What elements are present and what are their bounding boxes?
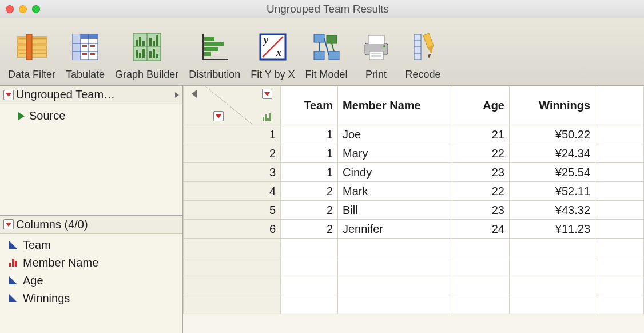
zoom-window-button[interactable] bbox=[32, 5, 40, 13]
fit-model-label: Fit Model bbox=[305, 69, 348, 81]
recode-button[interactable]: Recode bbox=[405, 29, 442, 81]
table-row[interactable]: 62Jennifer24¥11.23 bbox=[184, 220, 644, 239]
cell-age[interactable]: 23 bbox=[452, 163, 510, 182]
cell-empty bbox=[595, 144, 644, 163]
graph-builder-label: Graph Builder bbox=[115, 69, 178, 81]
continuous-type-icon bbox=[9, 241, 17, 249]
svg-rect-9 bbox=[73, 34, 81, 60]
column-label: Member Name bbox=[23, 256, 98, 269]
fit-model-button[interactable]: Fit Model bbox=[305, 29, 348, 81]
cell-winnings[interactable]: ¥50.22 bbox=[510, 125, 595, 144]
script-item-label: Source bbox=[29, 109, 65, 122]
table-menu-disclosure-icon[interactable] bbox=[3, 90, 14, 100]
svg-rect-30 bbox=[149, 51, 152, 58]
row-number[interactable]: 4 bbox=[184, 182, 281, 201]
cell-winnings[interactable]: ¥24.34 bbox=[510, 144, 595, 163]
column-header-winnings[interactable]: Winnings bbox=[510, 86, 595, 125]
cell-team[interactable]: 2 bbox=[281, 201, 338, 220]
column-header-age[interactable]: Age bbox=[452, 86, 510, 125]
cell-member[interactable]: Bill bbox=[338, 201, 452, 220]
cell-age[interactable]: 22 bbox=[452, 144, 510, 163]
corner-diagonal bbox=[205, 86, 253, 125]
cell-age[interactable]: 23 bbox=[452, 201, 510, 220]
svg-rect-17 bbox=[90, 53, 95, 55]
svg-marker-62 bbox=[428, 54, 431, 58]
cell-team[interactable]: 2 bbox=[281, 182, 338, 201]
svg-rect-44 bbox=[329, 51, 339, 60]
fit-y-by-x-button[interactable]: yx Fit Y by X bbox=[251, 29, 295, 81]
data-grid[interactable]: Team Member Name Age Winnings 11Joe21¥50… bbox=[183, 86, 644, 333]
empty-row bbox=[184, 295, 644, 314]
cell-member[interactable]: Jennifer bbox=[338, 220, 452, 239]
cell-age[interactable]: 24 bbox=[452, 220, 510, 239]
table-panel: Ungrouped Team… Source bbox=[0, 86, 182, 216]
cell-team[interactable]: 2 bbox=[281, 220, 338, 239]
cell-team[interactable]: 1 bbox=[281, 163, 338, 182]
table-row[interactable]: 21Mary22¥24.34 bbox=[184, 144, 644, 163]
tabulate-button[interactable]: Tabulate bbox=[66, 29, 105, 81]
window-title: Ungrouped Team Results bbox=[51, 3, 604, 15]
cell-winnings[interactable]: ¥43.32 bbox=[510, 201, 595, 220]
svg-rect-51 bbox=[368, 35, 384, 45]
table-row[interactable]: 52Bill23¥43.32 bbox=[184, 201, 644, 220]
cell-empty bbox=[595, 201, 644, 220]
data-filter-icon bbox=[14, 29, 50, 65]
svg-rect-4 bbox=[26, 34, 32, 60]
recode-icon bbox=[405, 29, 442, 65]
cell-winnings[interactable]: ¥25.54 bbox=[510, 163, 595, 182]
svg-line-49 bbox=[332, 43, 334, 51]
svg-rect-31 bbox=[153, 49, 155, 58]
svg-rect-21 bbox=[136, 40, 138, 46]
window-traffic-lights bbox=[6, 5, 40, 13]
data-filter-button[interactable]: Data Filter bbox=[8, 29, 55, 81]
data-filter-label: Data Filter bbox=[8, 69, 55, 81]
scroll-left-icon[interactable] bbox=[192, 90, 197, 98]
close-window-button[interactable] bbox=[6, 5, 14, 13]
row-number[interactable]: 1 bbox=[184, 125, 281, 144]
cell-age[interactable]: 21 bbox=[452, 125, 510, 144]
cell-team[interactable]: 1 bbox=[281, 144, 338, 163]
columns-header-disclosure-icon[interactable] bbox=[262, 89, 272, 99]
distribution-button[interactable]: Distribution bbox=[189, 29, 240, 81]
column-header-team[interactable]: Team bbox=[281, 86, 338, 125]
column-item-member-name[interactable]: Member Name bbox=[9, 254, 179, 272]
column-order-icon[interactable] bbox=[263, 113, 271, 121]
table-row[interactable]: 42Mark22¥52.11 bbox=[184, 182, 644, 201]
fit-y-by-x-icon: yx bbox=[255, 29, 291, 65]
svg-rect-46 bbox=[327, 35, 337, 43]
play-script-icon[interactable] bbox=[18, 112, 25, 120]
cell-winnings[interactable]: ¥11.23 bbox=[510, 220, 595, 239]
cell-member[interactable]: Cindy bbox=[338, 163, 452, 182]
row-number[interactable]: 5 bbox=[184, 201, 281, 220]
row-number[interactable]: 2 bbox=[184, 144, 281, 163]
cell-age[interactable]: 22 bbox=[452, 182, 510, 201]
cell-empty bbox=[595, 163, 644, 182]
table-row[interactable]: 31Cindy23¥25.54 bbox=[184, 163, 644, 182]
empty-row bbox=[184, 239, 644, 257]
column-item-team[interactable]: Team bbox=[9, 236, 179, 254]
continuous-type-icon bbox=[9, 294, 17, 302]
cell-team[interactable]: 1 bbox=[281, 125, 338, 144]
column-item-age[interactable]: Age bbox=[9, 272, 179, 290]
column-header-member-name[interactable]: Member Name bbox=[338, 86, 452, 125]
svg-rect-38 bbox=[204, 52, 211, 56]
cell-member[interactable]: Mary bbox=[338, 144, 452, 163]
cell-member[interactable]: Mark bbox=[338, 182, 452, 201]
row-number[interactable]: 6 bbox=[184, 220, 281, 239]
cell-empty bbox=[595, 220, 644, 239]
script-item-source[interactable]: Source bbox=[18, 108, 179, 124]
minimize-window-button[interactable] bbox=[19, 5, 27, 13]
columns-menu-disclosure-icon[interactable] bbox=[3, 219, 14, 229]
column-item-winnings[interactable]: Winnings bbox=[9, 290, 179, 307]
row-number[interactable]: 3 bbox=[184, 163, 281, 182]
svg-rect-26 bbox=[156, 35, 158, 46]
svg-rect-43 bbox=[314, 34, 324, 42]
table-row[interactable]: 11Joe21¥50.22 bbox=[184, 125, 644, 144]
cell-winnings[interactable]: ¥52.11 bbox=[510, 182, 595, 201]
print-button[interactable]: Print bbox=[358, 29, 395, 81]
graph-builder-button[interactable]: Graph Builder bbox=[115, 29, 178, 81]
rows-header-disclosure-icon[interactable] bbox=[213, 111, 224, 121]
expand-arrow-icon[interactable] bbox=[175, 92, 179, 98]
table-panel-header[interactable]: Ungrouped Team… bbox=[16, 88, 173, 101]
cell-member[interactable]: Joe bbox=[338, 125, 452, 144]
